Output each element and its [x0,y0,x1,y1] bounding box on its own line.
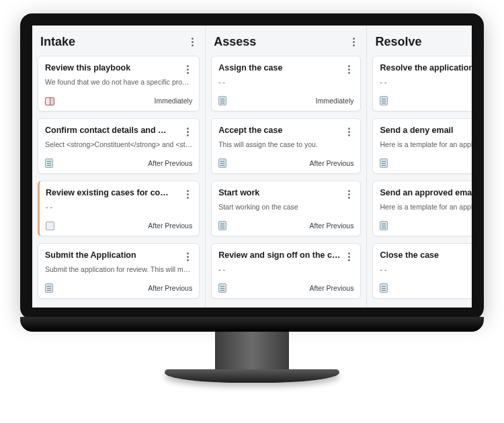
card-description: - - [380,78,472,87]
card-title: Review existing cases for co… [46,188,179,197]
queue-intake: Intake Review this playbook We found tha… [32,26,206,308]
kebab-icon[interactable] [187,36,197,48]
card[interactable]: Review existing cases for co… - - After … [38,181,200,236]
card-description: - - [218,78,353,87]
card-description: Select <strong>Constituent</strong> and … [45,140,192,149]
card[interactable]: Resolve the application - - Immediately [372,56,472,111]
card-list: Resolve the application - - Immediately … [367,56,472,304]
card[interactable]: Send a deny email Here is a template for… [372,118,472,174]
page-icon [380,283,390,293]
card-timing: After Previous [310,284,354,292]
kebab-icon[interactable] [344,126,353,138]
page-icon [380,158,390,168]
card-description: - - [380,265,472,274]
page-icon [45,158,56,168]
card-title: Resolve the application [380,63,472,73]
monitor-bezel: Intake Review this playbook We found tha… [20,13,484,320]
card-title: Send a deny email [380,126,472,135]
kebab-icon[interactable] [344,188,353,200]
card-description: We found that we do not have a specific … [45,78,192,87]
page-icon [45,283,56,293]
queue-resolve: Resolve Resolve the application - - Imme… [367,26,472,308]
card[interactable]: Review and sign off on the c… - - After … [211,243,361,299]
card-description: Start working on the case [218,203,353,211]
card-list: Assign the case - - Immediately Accept t… [206,56,366,304]
card[interactable]: Assign the case - - Immediately [211,56,361,111]
kebab-icon[interactable] [183,188,192,200]
page-icon [380,96,390,105]
book-icon [45,96,56,105]
card-description: - - [46,203,192,211]
card-timing: After Previous [148,284,192,292]
card[interactable]: Send an approved email Here is a templat… [372,181,472,236]
page-icon [218,221,229,230]
monitor-neck [215,332,289,369]
card-timing: After Previous [310,159,354,167]
page-icon [218,158,229,168]
card-timing: After Previous [148,222,192,230]
card-timing: Immediately [316,97,354,105]
kebab-icon[interactable] [183,250,192,263]
kebab-icon[interactable] [349,36,358,48]
kebab-icon[interactable] [344,250,353,263]
card-title: Send an approved email [380,188,472,197]
card-description: Here is a template for an application th… [380,140,472,149]
kebab-icon[interactable] [344,63,353,75]
page-icon [380,221,390,230]
card-title: Start work [218,188,340,197]
monitor-base [165,369,339,383]
card-title: Submit the Application [45,250,179,260]
card[interactable]: Accept the case This will assign the cas… [211,118,361,174]
card-title: Accept the case [218,126,340,135]
card[interactable]: Close the case - - After Previous [372,243,472,299]
card-list: Review this playbook We found that we do… [32,56,205,304]
queue-header: Assess [206,26,366,56]
card-title: Close the case [380,250,472,260]
card-title: Review and sign off on the c… [218,250,340,260]
card-description: Submit the application for review. This … [45,265,192,274]
page-icon [218,96,229,105]
card-description: Here is a template for an application th… [380,203,472,211]
card[interactable]: Confirm contact details and … Select <st… [38,118,200,174]
queue-title: Resolve [375,35,421,49]
card[interactable]: Submit the Application Submit the applic… [38,243,200,299]
card-timing: After Previous [310,222,354,230]
monitor-chin [20,317,484,332]
kebab-icon[interactable] [183,63,192,75]
app-screen: Intake Review this playbook We found tha… [32,26,472,308]
card-title: Review this playbook [45,63,179,73]
page-icon [218,283,229,293]
queue-title: Intake [40,35,75,49]
card-timing: Immediately [155,97,193,105]
card-title: Confirm contact details and … [45,126,179,135]
queue-header: Resolve [367,26,472,56]
card-title: Assign the case [218,63,340,73]
monitor-frame: Intake Review this playbook We found tha… [20,13,484,383]
card[interactable]: Start work Start working on the case Aft… [211,181,361,236]
queue-title: Assess [214,35,256,49]
queue-header: Intake [32,26,205,56]
card-description: This will assign the case to you. [218,140,353,149]
queue-assess: Assess Assign the case - - Immediately [206,26,367,308]
cube-icon [46,221,56,230]
card-description: - - [218,265,353,274]
card-timing: After Previous [148,159,192,167]
kebab-icon[interactable] [183,126,192,138]
card[interactable]: Review this playbook We found that we do… [38,56,200,111]
